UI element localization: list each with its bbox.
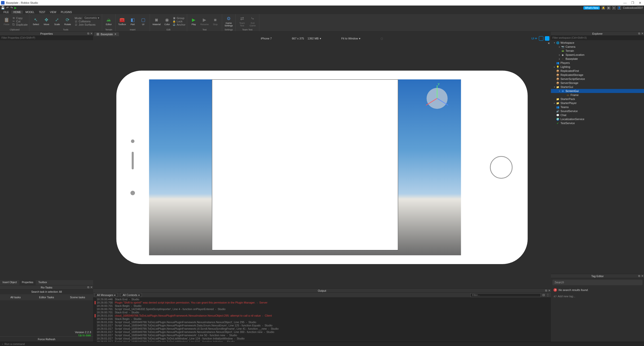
rotasks-tab-all[interactable]: All tasks	[0, 294, 31, 300]
rotasks-tab-editor[interactable]: Editor Tasks	[31, 294, 62, 300]
menu-home[interactable]: HOME	[11, 11, 23, 14]
tree-node-starterplayer[interactable]: ▸📁StarterPlayer	[551, 101, 644, 105]
duplicate-button[interactable]: ⿻Duplicate	[12, 23, 28, 26]
undo-icon[interactable]: ↶	[6, 6, 9, 10]
device-portrait-icon[interactable]	[545, 36, 549, 41]
device-landscape-icon[interactable]	[539, 36, 543, 41]
panel-close-icon[interactable]: ✕	[641, 274, 643, 278]
notif-icon[interactable]: 🔔	[602, 6, 605, 10]
tree-node-localizationservice[interactable]: 🌍LocalizationService	[551, 117, 644, 121]
properties-filter[interactable]	[0, 36, 93, 40]
menu-model[interactable]: MODEL	[23, 11, 36, 14]
tree-node-replicatedstorage[interactable]: 📦ReplicatedStorage	[551, 73, 644, 77]
tree-node-baseplate[interactable]: ▸▫Baseplate	[551, 57, 644, 61]
join-toggle[interactable]: ☑Join Surfaces	[75, 23, 100, 26]
panel-close-icon[interactable]: ✕	[90, 32, 93, 35]
panel-undock-icon[interactable]: ⧉	[638, 32, 640, 35]
tab-properties[interactable]: Properties	[19, 280, 36, 285]
play-button[interactable]: ▶Play	[189, 16, 199, 26]
scale-button[interactable]: ⤢Scale	[52, 16, 62, 26]
grid-icon[interactable]: ▦	[607, 6, 610, 10]
rotasks-tab-scene[interactable]: Scene tasks	[62, 294, 93, 300]
doctab-baseplate[interactable]: Baseplate ✕	[94, 32, 119, 36]
rotate-button[interactable]: ⟳Rotate	[63, 16, 73, 26]
tree-node-starterpack[interactable]: 📁StarterPack	[551, 97, 644, 101]
output-messages-dropdown[interactable]: All Messages ▾	[95, 293, 118, 297]
redo-icon[interactable]: ↷	[10, 6, 13, 10]
resume-button[interactable]: ▶Resume	[199, 16, 210, 26]
game-viewport[interactable]: Y	[149, 79, 461, 255]
panel-undock-icon[interactable]: ⧉	[87, 286, 89, 289]
device-label[interactable]: iPhone 7	[261, 37, 272, 40]
output-find-icon[interactable]: ⊟	[542, 293, 545, 297]
avatar-icon[interactable]: 👤	[618, 6, 621, 10]
anchor-button[interactable]: ⚓Anchor	[173, 23, 185, 26]
color-button[interactable]: ◉Color	[162, 16, 172, 26]
tab-toolbox[interactable]: Toolbox	[36, 280, 49, 285]
tab-insert-object[interactable]: Insert Object	[0, 280, 19, 285]
close-button[interactable]: ✕	[639, 1, 641, 5]
rotasks-refresh-button[interactable]: Force Refresh	[0, 336, 93, 342]
tree-node-terrain[interactable]: 🏔Terrain	[551, 49, 644, 53]
game-settings-button[interactable]: ⚙Game Settings	[224, 15, 234, 27]
play-icon[interactable]: ▶	[14, 6, 17, 10]
tree-node-players[interactable]: 👥Players	[551, 61, 644, 65]
tree-node-testservice[interactable]: ✔TestService	[551, 121, 644, 125]
save-icon[interactable]: 💾	[1, 6, 5, 10]
tree-node-teams[interactable]: 👥Teams	[551, 105, 644, 109]
tree-node-replicatedfirst[interactable]: 📦ReplicatedFirst	[551, 69, 644, 73]
material-button[interactable]: ◙Material	[151, 16, 162, 26]
tree-node-workspace[interactable]: ▾🌐Workspace	[551, 41, 644, 45]
ui-button[interactable]: ▢UI	[138, 16, 148, 26]
doctab-close-icon[interactable]: ✕	[114, 33, 116, 35]
tree-node-frame[interactable]: ▭Frame	[551, 93, 644, 97]
copy-button[interactable]: ⧉Copy	[12, 17, 28, 20]
orientation-gizmo[interactable]: Y	[423, 83, 451, 111]
toolbox-button[interactable]: 🧰Toolbox	[117, 16, 127, 26]
panel-undock-icon[interactable]: ⧉	[638, 274, 640, 278]
output-body[interactable]: 18:26:00.446Stack End - Studio18:26:00.7…	[93, 297, 551, 342]
explorer-tree[interactable]: ▾🌐Workspace▸📷Camera🏔Terrain▸◆SpawnLocati…	[551, 40, 644, 274]
panel-close-icon[interactable]: ✕	[90, 286, 93, 289]
menu-plugins[interactable]: PLUGINS	[59, 11, 74, 14]
lock-button[interactable]: 🔒Lock	[173, 20, 185, 23]
maximize-button[interactable]: ❐	[631, 1, 634, 5]
group-button[interactable]: ▣Group	[173, 17, 185, 20]
panel-undock-icon[interactable]: ⧉	[545, 289, 547, 292]
fit-label[interactable]: Fit to Window	[341, 37, 358, 40]
output-menu-icon[interactable]: ⋮	[546, 293, 549, 297]
explorer-filter[interactable]	[551, 36, 644, 40]
exit-game-button[interactable]: ⤷Exit Game	[248, 15, 258, 27]
terrain-editor-button[interactable]: ⛰Editor	[104, 16, 114, 26]
viewport[interactable]: iPhone 7 667 x 375 1392 MB ▾ Fit to Wind…	[93, 36, 551, 288]
paste-button[interactable]: 📋 Paste	[2, 16, 12, 26]
tree-node-screengui[interactable]: ▾🖥ScreenGui	[551, 89, 644, 93]
panel-close-icon[interactable]: ✕	[548, 289, 550, 292]
team-test-button[interactable]: ⇄Team Test	[237, 15, 247, 27]
command-bar[interactable]: › Run a command	[0, 342, 644, 346]
menu-test[interactable]: TEST	[37, 11, 48, 14]
tree-node-startergui[interactable]: ▾📁StarterGui	[551, 85, 644, 89]
mode-dropdown[interactable]: Geometric ▾	[83, 16, 100, 20]
part-button[interactable]: ◧Part	[128, 16, 138, 26]
tag-search-input[interactable]: Search	[552, 280, 642, 285]
whats-new-button[interactable]: What's New	[583, 6, 600, 10]
tree-node-chat[interactable]: 💬Chat	[551, 113, 644, 117]
diamond-icon[interactable]: ◈	[612, 6, 616, 10]
collisions-toggle[interactable]: ☑Collisions	[75, 20, 100, 23]
move-button[interactable]: ✥Move	[42, 16, 52, 26]
tree-node-camera[interactable]: ▸📷Camera	[551, 45, 644, 49]
viewport-close-icon[interactable]: ✕	[548, 42, 550, 45]
minimize-button[interactable]: —	[623, 1, 627, 5]
tree-node-serverstorage[interactable]: 📦ServerStorage	[551, 81, 644, 85]
tree-node-spawnlocation[interactable]: ▸◆SpawnLocation	[551, 53, 644, 57]
select-button[interactable]: ↖Select	[31, 16, 41, 26]
cut-button[interactable]: ✂Cut	[12, 20, 28, 23]
menu-file[interactable]: FILE	[2, 11, 11, 14]
gui-frame[interactable]	[212, 79, 398, 250]
output-filter-input[interactable]	[470, 293, 541, 297]
tag-add-button[interactable]: 🏷Add new tag...	[551, 293, 644, 299]
tree-node-serverscriptservice[interactable]: 📦ServerScriptService	[551, 77, 644, 81]
panel-close-icon[interactable]: ✕	[641, 32, 643, 35]
output-contexts-dropdown[interactable]: All Contexts ▾	[120, 293, 142, 297]
